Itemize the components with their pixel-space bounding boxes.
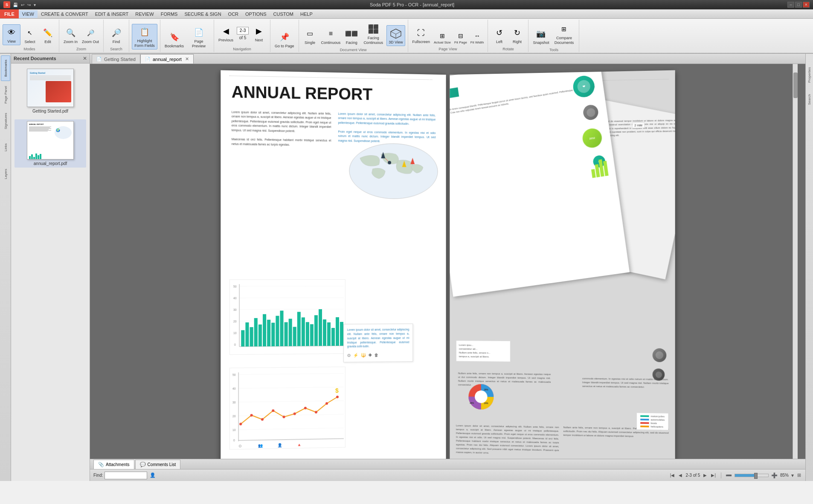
sidebar-tab-bookmarks[interactable]: Bookmarks bbox=[1, 55, 10, 81]
single-btn[interactable]: ▭ Single bbox=[302, 26, 319, 46]
tab-annual-report[interactable]: 📄 annual_report ✕ bbox=[140, 54, 194, 64]
rotate-group-label: Rotate bbox=[502, 47, 514, 51]
menu-edit-insert[interactable]: EDIT & INSERT bbox=[92, 10, 132, 18]
zoom-slider-fill bbox=[735, 474, 755, 477]
properties-sidebar: Properties Search bbox=[805, 54, 813, 481]
find-input[interactable] bbox=[105, 472, 147, 479]
legend-boats: boats bbox=[640, 422, 664, 425]
menu-secure-sign[interactable]: SECURE & SIGN bbox=[181, 10, 224, 18]
facing-continuous-icon: ⬛⬛⬛⬛ bbox=[366, 22, 380, 36]
close-btn[interactable]: ✕ bbox=[803, 2, 810, 8]
prop-tab-properties[interactable]: Properties bbox=[807, 55, 812, 85]
fullscreen-btn[interactable]: ⛶ Fullscreen bbox=[411, 25, 432, 45]
page-preview-btn[interactable]: 📄 Page Preview bbox=[186, 25, 211, 49]
panel-close-btn[interactable]: ✕ bbox=[83, 55, 87, 61]
menu-review[interactable]: REVIEW bbox=[132, 10, 157, 18]
tab-annual-report-close[interactable]: ✕ bbox=[185, 56, 189, 62]
tb-icon-2: ⚡ bbox=[353, 352, 358, 359]
snapshot-btn[interactable]: 📷 Snapshot bbox=[531, 26, 551, 46]
status-bar: Find: 👤 |◀ ◀ 2-3 of 5 ▶ ▶| ➖ bbox=[90, 469, 805, 481]
file-menu[interactable]: FILE bbox=[0, 9, 19, 18]
select-btn[interactable]: ↖ Select bbox=[21, 25, 38, 45]
actual-size-btn[interactable]: ⊞ Actual Size bbox=[433, 30, 452, 45]
menu-view[interactable]: VIEW bbox=[19, 10, 38, 18]
svg-line-61 bbox=[238, 439, 344, 440]
prop-tab-search[interactable]: Search bbox=[807, 86, 812, 107]
fit-page-btn[interactable]: ⊟ Fit Page bbox=[453, 30, 468, 45]
fit-width-btn[interactable]: ↔ Fit Width bbox=[469, 30, 485, 45]
pageview-group-label: Page View bbox=[439, 47, 457, 51]
nav-last-btn[interactable]: ▶| bbox=[710, 473, 717, 478]
3d-view-btn[interactable]: 3D View bbox=[386, 25, 405, 46]
sidebar-tab-signatures[interactable]: Signatures bbox=[1, 108, 10, 134]
nav-prev-btn[interactable]: ◀ bbox=[678, 473, 683, 478]
undo-quick-btn[interactable]: ↩ bbox=[20, 3, 25, 7]
snapshot-icon: 📷 bbox=[534, 27, 548, 41]
fit-window-btn[interactable]: ⊞ bbox=[796, 472, 802, 478]
tab-getting-started[interactable]: 📄 Getting Started bbox=[92, 54, 140, 64]
zoom-out-icon: 🔎 bbox=[84, 26, 97, 40]
save-quick-btn[interactable]: 💾 bbox=[12, 3, 19, 7]
svg-point-67 bbox=[293, 412, 296, 415]
facing-label: Facing bbox=[346, 41, 357, 45]
quick-access-dropdown[interactable]: ▾ bbox=[33, 3, 37, 7]
svg-point-3 bbox=[349, 143, 437, 199]
mini-bar-chart bbox=[589, 154, 609, 179]
window-controls: – □ ✕ bbox=[787, 2, 810, 8]
minimize-btn[interactable]: – bbox=[787, 2, 794, 8]
rotate-left-btn[interactable]: ↺ Left bbox=[491, 25, 508, 45]
svg-rect-24 bbox=[241, 330, 244, 346]
view-btn[interactable]: 👁 View bbox=[3, 24, 20, 45]
svg-rect-38 bbox=[301, 317, 305, 346]
nav-next-btn[interactable]: ▶ bbox=[703, 473, 708, 478]
svg-text:50: 50 bbox=[233, 285, 236, 288]
zoom-out-status-btn[interactable]: ➖ bbox=[726, 472, 732, 478]
facing-btn[interactable]: ⬛⬛ Facing bbox=[343, 26, 360, 46]
fit-page-label: Fit Page bbox=[454, 41, 467, 44]
sidebar-tab-page-panel[interactable]: Page Panel bbox=[1, 82, 10, 107]
compare-documents-btn[interactable]: ⊞ Compare Documents bbox=[552, 21, 576, 46]
zoom-in-icon: 🔍 bbox=[64, 26, 78, 40]
menu-options[interactable]: OPTIONS bbox=[242, 10, 270, 18]
tabs-bar: 📄 Getting Started 📄 annual_report ✕ bbox=[90, 54, 805, 64]
menu-forms[interactable]: FORMS bbox=[157, 10, 181, 18]
highlight-form-fields-btn[interactable]: 📋 Highlight Form Fields bbox=[132, 24, 157, 49]
continuous-btn[interactable]: ≡ Continuous bbox=[319, 26, 343, 46]
menu-create-convert[interactable]: CREATE & CONVERT bbox=[38, 10, 92, 18]
zoom-in-btn[interactable]: 🔍 Zoom In bbox=[62, 25, 79, 45]
goto-page-btn[interactable]: 📌 Go to Page bbox=[273, 29, 296, 49]
view-label: View bbox=[7, 39, 15, 44]
find-person-icon[interactable]: 👤 bbox=[149, 472, 157, 478]
doc-item-getting-started[interactable]: Getting Started Getting Started.pdf bbox=[15, 67, 86, 115]
next-btn[interactable]: ▶ Next bbox=[250, 23, 267, 43]
bookmarks-btn[interactable]: 🔖 Bookmarks bbox=[163, 29, 186, 49]
svg-text:50: 50 bbox=[232, 373, 235, 376]
next-icon: ▶ bbox=[252, 24, 266, 38]
edit-btn[interactable]: ✏️ Edit bbox=[39, 25, 56, 45]
sidebar-tab-layers[interactable]: Layers bbox=[1, 161, 10, 187]
sidebar-tab-links[interactable]: Links bbox=[1, 135, 10, 160]
zoom-in-status-btn[interactable]: ➕ bbox=[771, 472, 778, 478]
right-scrollbar[interactable] bbox=[793, 64, 798, 459]
page-input[interactable] bbox=[237, 27, 249, 35]
svg-text:$: $ bbox=[335, 387, 338, 394]
menu-help[interactable]: HELP bbox=[297, 10, 316, 18]
bookmarks-buttons: 🔖 Bookmarks 📄 Page Preview bbox=[163, 20, 211, 50]
menu-ocr[interactable]: OCR bbox=[225, 10, 242, 18]
find-btn[interactable]: 🔎 Find bbox=[108, 25, 125, 45]
nav-first-btn[interactable]: |◀ bbox=[669, 473, 676, 478]
zoom-dropdown-btn[interactable]: ▾ bbox=[791, 472, 794, 478]
zoom-out-btn[interactable]: 🔎 Zoom Out bbox=[80, 25, 101, 45]
zoom-slider[interactable] bbox=[735, 474, 769, 477]
tab-comments-list[interactable]: 💬 Comments List bbox=[135, 460, 181, 469]
tab-attachments[interactable]: 📎 Attachments bbox=[93, 460, 134, 469]
menu-custom[interactable]: CUSTOM bbox=[270, 10, 297, 18]
redo-quick-btn[interactable]: ↪ bbox=[26, 3, 32, 7]
maximize-btn[interactable]: □ bbox=[795, 2, 802, 8]
previous-btn[interactable]: ◀ Previous bbox=[217, 23, 235, 43]
doc-item-annual-report[interactable]: ANNUAL REPORT 🌍 bbox=[15, 119, 86, 168]
facing-continuous-btn[interactable]: ⬛⬛⬛⬛ Facing Continuous bbox=[361, 21, 386, 46]
rotate-right-btn[interactable]: ↻ Right bbox=[508, 25, 526, 45]
edit-icon: ✏️ bbox=[41, 26, 55, 40]
ribbon-group-highlight: 📋 Highlight Form Fields bbox=[129, 20, 160, 52]
